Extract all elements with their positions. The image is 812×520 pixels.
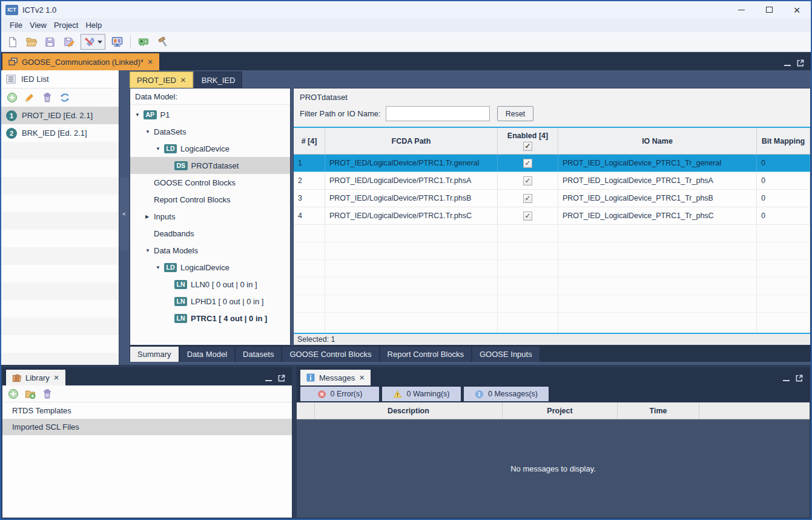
- delete-library-item-button[interactable]: [42, 388, 53, 399]
- message-filter-button[interactable]: 0 Warning(s): [382, 387, 461, 401]
- maximize-button[interactable]: [755, 1, 783, 18]
- build-hammer-button[interactable]: [154, 34, 171, 50]
- library-toolbar: [2, 385, 292, 402]
- popout-icon[interactable]: [795, 374, 804, 382]
- view-tab[interactable]: GOOSE Control Blocks: [282, 347, 378, 362]
- enabled-checkbox[interactable]: [523, 159, 532, 168]
- expander-icon[interactable]: [156, 146, 164, 152]
- menu-item[interactable]: File: [6, 21, 26, 30]
- data-model-tree-item[interactable]: Report Control Blocks: [130, 191, 290, 208]
- enabled-checkbox[interactable]: [523, 194, 532, 203]
- view-tab[interactable]: GOOSE Inputs: [472, 347, 540, 362]
- view-tab[interactable]: Summary: [130, 347, 179, 362]
- close-icon[interactable]: [148, 57, 153, 67]
- edit-ied-button[interactable]: [24, 92, 35, 103]
- minimize-panel-icon[interactable]: [784, 65, 791, 66]
- monitor-button[interactable]: [109, 34, 125, 50]
- column-header-extra[interactable]: [699, 402, 810, 419]
- minimize-button[interactable]: [727, 1, 755, 18]
- fcda-path-cell: PROT_IED/LogicalDevice/PTRC1.Tr.phsB: [325, 190, 498, 207]
- enabled-checkbox[interactable]: [523, 176, 532, 185]
- column-header-time[interactable]: Time: [618, 402, 699, 419]
- column-header-project[interactable]: Project: [503, 402, 618, 419]
- data-model-tree-item[interactable]: DataSets: [130, 123, 290, 140]
- dataset-table-row[interactable]: 1 PROT_IED/LogicalDevice/PTRC1.Tr.genera…: [294, 155, 810, 172]
- popout-icon[interactable]: [277, 374, 286, 382]
- close-icon[interactable]: [180, 75, 186, 85]
- library-tab[interactable]: Library: [6, 370, 65, 385]
- enabled-checkbox[interactable]: [523, 212, 532, 221]
- minimize-panel-icon[interactable]: [265, 380, 272, 381]
- message-filter-button[interactable]: 0 Messages(s): [464, 387, 549, 401]
- filter-input[interactable]: [386, 106, 490, 121]
- expander-icon[interactable]: [145, 248, 154, 253]
- reset-button[interactable]: Reset: [497, 106, 534, 121]
- close-button[interactable]: [783, 1, 811, 18]
- expander-icon[interactable]: [156, 265, 164, 270]
- popout-icon[interactable]: [796, 59, 805, 67]
- view-tab[interactable]: Data Model: [180, 347, 234, 362]
- ied-list: 1 PROT_IED [Ed. 2.1] 2 BRK_IED [Ed. 2.1]: [1, 107, 119, 365]
- minimize-panel-icon[interactable]: [783, 380, 790, 381]
- close-icon[interactable]: [54, 373, 59, 382]
- ied-list-item[interactable]: 2 BRK_IED [Ed. 2.1]: [1, 124, 119, 142]
- library-item-label: Imported SCL Files: [12, 422, 79, 432]
- add-folder-button[interactable]: [25, 388, 36, 399]
- tree-item-label: P1: [160, 110, 170, 119]
- message-filter-bar: 0 Error(s) 0 Warning(s) 0 Messages(s): [297, 385, 810, 402]
- ied-list-item[interactable]: 1 PROT_IED [Ed. 2.1]: [1, 107, 119, 124]
- delete-ied-button[interactable]: [42, 92, 53, 103]
- data-model-tree-item[interactable]: Data Models: [130, 242, 290, 259]
- column-header-bit-mapping[interactable]: Bit Mapping: [757, 128, 810, 154]
- message-filter-button[interactable]: 0 Error(s): [300, 387, 379, 401]
- dataset-table-row[interactable]: 2 PROT_IED/LogicalDevice/PTRC1.Tr.phsA P…: [294, 172, 810, 190]
- ied-tab[interactable]: PROT_IED: [130, 72, 193, 88]
- data-model-tree-item[interactable]: Inputs: [130, 208, 290, 225]
- ied-tab[interactable]: BRK_IED: [194, 72, 243, 88]
- row-number-cell: 1: [294, 155, 325, 172]
- collapse-panel-handle[interactable]: [119, 177, 129, 251]
- column-header-io-name[interactable]: IO Name: [558, 128, 757, 154]
- save-as-button[interactable]: [61, 34, 77, 50]
- refresh-ied-button[interactable]: [59, 92, 70, 103]
- expander-icon[interactable]: [135, 112, 144, 118]
- data-model-tree-item[interactable]: LD LogicalDevice: [130, 140, 290, 157]
- menu-item[interactable]: View: [26, 21, 50, 30]
- library-list-item[interactable]: Imported SCL Files: [2, 419, 292, 435]
- data-model-tree-item[interactable]: DS PROTdataset: [130, 157, 290, 174]
- save-button[interactable]: [42, 34, 58, 50]
- dataset-table-row[interactable]: 3 PROT_IED/LogicalDevice/PTRC1.Tr.phsB P…: [294, 190, 810, 207]
- add-library-item-button[interactable]: [8, 388, 19, 399]
- view-tab[interactable]: Datasets: [236, 347, 281, 362]
- add-ied-button[interactable]: [7, 92, 18, 103]
- column-header-enabled[interactable]: Enabled [4]: [498, 128, 558, 154]
- column-header-number[interactable]: # [4]: [294, 128, 325, 154]
- column-header-severity[interactable]: [297, 402, 315, 419]
- network-card-button[interactable]: [136, 34, 152, 50]
- expander-icon[interactable]: [145, 214, 154, 219]
- messages-tab[interactable]: Messages: [300, 370, 371, 385]
- view-tab[interactable]: Report Control Blocks: [380, 347, 471, 362]
- column-header-description[interactable]: Description: [315, 402, 503, 419]
- new-file-button[interactable]: [4, 34, 21, 50]
- dataset-table-row[interactable]: 4 PROT_IED/LogicalDevice/PTRC1.Tr.phsC P…: [294, 207, 810, 225]
- document-tab[interactable]: GOOSE_Communication (Linked)*: [2, 53, 159, 70]
- data-model-tree-item[interactable]: LD LogicalDevice: [130, 259, 290, 276]
- library-list-item[interactable]: RTDS Templates: [2, 402, 292, 419]
- data-model-tree-item[interactable]: AP P1: [130, 106, 290, 123]
- menu-item[interactable]: Help: [82, 21, 105, 30]
- app-logo-icon: ICT: [5, 5, 18, 15]
- column-header-fcda-path[interactable]: FCDA Path: [325, 128, 498, 154]
- open-file-button[interactable]: [23, 34, 39, 50]
- tools-dropdown-button[interactable]: [81, 34, 105, 50]
- close-icon[interactable]: [359, 373, 365, 382]
- menu-item[interactable]: Project: [50, 21, 82, 30]
- data-model-tree-item[interactable]: LN PTRC1 [ 4 out | 0 in ]: [130, 310, 290, 327]
- data-model-tree-item[interactable]: LN LPHD1 [ 0 out | 0 in ]: [130, 293, 290, 310]
- expander-icon[interactable]: [145, 129, 154, 135]
- data-model-tree-item[interactable]: Deadbands: [130, 225, 290, 242]
- data-model-tree-item[interactable]: GOOSE Control Blocks: [130, 174, 290, 191]
- data-model-tree-item[interactable]: LN LLN0 [ 0 out | 0 in ]: [130, 276, 290, 293]
- ied-item-label: BRK_IED [Ed. 2.1]: [22, 128, 87, 138]
- enable-all-checkbox[interactable]: [523, 142, 532, 151]
